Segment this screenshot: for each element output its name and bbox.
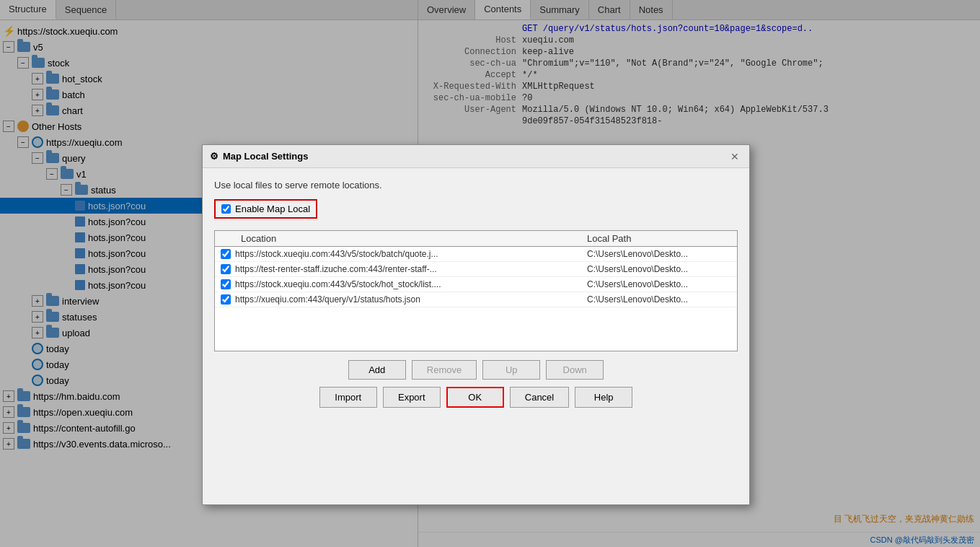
enable-map-local-label[interactable]: Enable Map Local bbox=[214, 199, 317, 219]
enable-map-local-text: Enable Map Local bbox=[235, 204, 310, 214]
table-row-2[interactable]: https://stock.xueqiu.com:443/v5/stock/ho… bbox=[215, 277, 737, 292]
modal-close-button[interactable]: ✕ bbox=[728, 149, 742, 164]
table-row-1[interactable]: https://test-renter-staff.izuche.com:443… bbox=[215, 262, 737, 277]
cancel-button[interactable]: Cancel bbox=[510, 387, 569, 408]
row-2-local-path: C:\Users\Lenovo\Deskto... bbox=[587, 279, 731, 289]
mappings-table: Location Local Path https://stock.xueqiu… bbox=[214, 230, 738, 351]
row-0-location: https://stock.xueqiu.com:443/v5/stock/ba… bbox=[235, 249, 587, 259]
help-button[interactable]: Help bbox=[575, 387, 632, 408]
ok-button[interactable]: OK bbox=[446, 387, 504, 408]
row-3-local-path: C:\Users\Lenovo\Deskto... bbox=[587, 294, 731, 305]
table-row-3[interactable]: https://xueqiu.com:443/query/v1/status/h… bbox=[215, 292, 737, 307]
row-2-location: https://stock.xueqiu.com:443/v5/stock/ho… bbox=[235, 279, 587, 289]
row-0-checkbox[interactable] bbox=[221, 249, 231, 259]
modal-description: Use local files to serve remote location… bbox=[214, 180, 738, 191]
import-button[interactable]: Import bbox=[319, 387, 377, 408]
down-button[interactable]: Down bbox=[546, 360, 604, 380]
modal-action-buttons: Add Remove Up Down bbox=[214, 360, 738, 380]
row-2-checkbox[interactable] bbox=[221, 279, 231, 289]
row-1-checkbox[interactable] bbox=[221, 264, 231, 274]
row-0-local-path: C:\Users\Lenovo\Deskto... bbox=[587, 249, 731, 259]
row-3-checkbox[interactable] bbox=[221, 294, 231, 305]
table-header: Location Local Path bbox=[215, 231, 737, 247]
modal-titlebar: ⚙ Map Local Settings ✕ bbox=[203, 145, 749, 168]
up-button[interactable]: Up bbox=[482, 360, 540, 380]
enable-map-local-checkbox[interactable] bbox=[221, 204, 231, 214]
modal-overlay: ⚙ Map Local Settings ✕ Use local files t… bbox=[0, 0, 980, 547]
remove-button[interactable]: Remove bbox=[412, 360, 477, 380]
empty-list-area bbox=[215, 307, 737, 351]
modal-confirm-buttons: Import Export OK Cancel Help bbox=[214, 387, 738, 408]
row-1-location: https://test-renter-staff.izuche.com:443… bbox=[235, 264, 587, 274]
modal-body: Use local files to serve remote location… bbox=[203, 168, 749, 419]
modal-title: ⚙ Map Local Settings bbox=[210, 151, 308, 162]
header-location: Location bbox=[241, 233, 587, 244]
export-button[interactable]: Export bbox=[383, 387, 441, 408]
row-3-location: https://xueqiu.com:443/query/v1/status/h… bbox=[235, 294, 587, 305]
row-1-local-path: C:\Users\Lenovo\Deskto... bbox=[587, 264, 731, 274]
header-local-path: Local Path bbox=[587, 233, 731, 244]
modal-map-local: ⚙ Map Local Settings ✕ Use local files t… bbox=[202, 144, 750, 505]
add-button[interactable]: Add bbox=[348, 360, 406, 380]
table-row-0[interactable]: https://stock.xueqiu.com:443/v5/stock/ba… bbox=[215, 247, 737, 262]
enable-checkbox-container: Enable Map Local bbox=[214, 199, 738, 219]
header-checkbox-col bbox=[221, 233, 241, 244]
modal-icon: ⚙ bbox=[210, 151, 218, 162]
